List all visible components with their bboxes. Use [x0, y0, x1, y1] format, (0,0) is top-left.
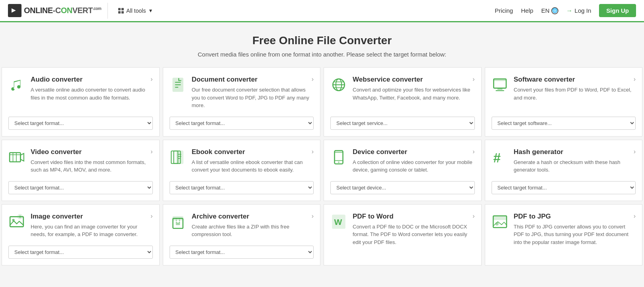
card-content-pdf-jpg: PDF to JPG This PDF to JPG converter all… — [514, 213, 634, 246]
target-format-select-hash[interactable]: Select target format... MD5SHA-1SHA-256C… — [492, 181, 636, 194]
card-header-image: Image converter Here, you can find an im… — [8, 213, 153, 238]
target-format-select-video[interactable]: Select target format... MP4AVIMOVMKVWMVF… — [8, 181, 153, 194]
card-title-webservice: Webservice converter — [353, 76, 472, 84]
pricing-link[interactable]: Pricing — [495, 7, 513, 14]
card-content-document: Document converter Our free document con… — [192, 76, 312, 109]
card-title-software: Software converter — [514, 76, 634, 84]
card-desc-pdf-word: Convert a PDF file to DOC or the Microso… — [353, 223, 472, 246]
all-tools-label: All tools — [126, 8, 146, 14]
pdf-word-icon: W — [330, 213, 347, 232]
target-format-select-archive[interactable]: Select target format... ZIPRAR7ZTARGZ — [170, 246, 314, 259]
svg-point-23 — [338, 161, 340, 163]
card-content-archive: Archive converter Create archive files l… — [192, 213, 312, 238]
target-format-select-webservice[interactable]: Select target service... WhatsAppTwitter… — [330, 117, 475, 130]
card-header-pdf-jpg: PDF to JPG This PDF to JPG converter all… — [492, 213, 636, 246]
card-content-pdf-word: PDF to Word Convert a PDF file to DOC or… — [353, 213, 472, 246]
logo-text: ONLINE-CONVERT.com — [24, 6, 101, 15]
language-button[interactable]: EN 🌐 — [541, 7, 558, 14]
card-header-software: Software converter Convert your files fr… — [492, 76, 636, 102]
target-format-select-ebook[interactable]: Select target format... EPUBMOBIAZWPDFLI… — [170, 181, 314, 194]
card-icon-title-software: Software converter Convert your files fr… — [492, 76, 634, 102]
software-icon — [492, 76, 508, 96]
converter-card-audio[interactable]: Audio converter A versatile online audio… — [2, 67, 160, 137]
card-desc-software: Convert your files from PDF to Word, PDF… — [514, 86, 634, 102]
card-desc-archive: Create archive files like a ZIP with thi… — [192, 223, 312, 238]
card-title-ebook: Ebook converter — [192, 148, 312, 156]
card-title-document: Document converter — [192, 76, 312, 84]
card-desc-image: Here, you can find an image converter fo… — [31, 223, 150, 238]
converter-card-video[interactable]: Video converter Convert video files into… — [2, 140, 160, 201]
page-subtitle: Convert media files online from one form… — [8, 51, 636, 58]
card-icon-title-document: Document converter Our free document con… — [170, 76, 312, 109]
converter-card-document[interactable]: Document converter Our free document con… — [163, 67, 321, 137]
hash-icon: # — [492, 149, 508, 168]
doc-icon — [170, 76, 186, 96]
card-desc-pdf-jpg: This PDF to JPG converter allows you to … — [514, 223, 634, 246]
pdf-jpg-icon — [492, 213, 508, 232]
help-link[interactable]: Help — [521, 7, 533, 14]
converter-card-software[interactable]: Software converter Convert your files fr… — [485, 67, 643, 137]
header-right: Pricing Help EN 🌐 → Log In Sign Up — [495, 4, 636, 17]
card-select-document: Select target format... PDFDOCDOCXTXTODT… — [170, 113, 314, 130]
logo[interactable]: ▶ ONLINE-CONVERT.com — [8, 4, 101, 17]
card-desc-audio: A versatile online audio converter to co… — [31, 86, 150, 102]
card-content-image: Image converter Here, you can find an im… — [31, 213, 150, 238]
all-tools-button[interactable]: All tools ▼ — [114, 5, 157, 16]
card-icon-title-image: Image converter Here, you can find an im… — [8, 213, 150, 238]
converter-card-hash[interactable]: # Hash generator Generate a hash or chec… — [485, 140, 643, 201]
converter-card-image[interactable]: Image converter Here, you can find an im… — [2, 204, 160, 266]
signup-button[interactable]: Sign Up — [599, 4, 636, 17]
card-header-document: Document converter Our free document con… — [170, 76, 314, 109]
card-header-pdf-word: W PDF to Word Convert a PDF file to DOC … — [330, 213, 475, 246]
card-arrow-icon-document: › — [312, 76, 314, 83]
music-icon — [8, 76, 25, 96]
card-header-ebook: Ebook converter A list of versatile onli… — [170, 148, 314, 174]
card-title-pdf-jpg: PDF to JPG — [514, 213, 634, 221]
svg-rect-38 — [493, 216, 507, 220]
svg-rect-12 — [10, 152, 20, 162]
converter-card-pdf-jpg[interactable]: PDF to JPG This PDF to JPG converter all… — [485, 204, 643, 266]
page-title: Free Online File Converter — [8, 34, 636, 47]
svg-rect-18 — [176, 151, 183, 164]
card-arrow-icon-software: › — [634, 76, 636, 83]
card-arrow-icon-webservice: › — [472, 76, 474, 83]
card-title-pdf-word: PDF to Word — [353, 213, 472, 221]
hero-section: Free Online File Converter Convert media… — [0, 22, 644, 66]
login-button[interactable]: → Log In — [566, 7, 591, 14]
card-arrow-icon-hash: › — [634, 148, 636, 155]
converter-card-ebook[interactable]: Ebook converter A list of versatile onli… — [163, 140, 321, 201]
card-header-archive: Archive converter Create archive files l… — [170, 213, 314, 238]
card-desc-hash: Generate a hash or checksum with these h… — [514, 158, 634, 174]
card-arrow-icon-video: › — [150, 148, 152, 155]
card-icon-title-pdf-jpg: PDF to JPG This PDF to JPG converter all… — [492, 213, 634, 246]
header-divider — [107, 3, 108, 19]
target-format-select-audio[interactable]: Select target format... MP3WAVOGGFLACAAC… — [8, 117, 153, 130]
converter-card-webservice[interactable]: Webservice converter Convert and optimiz… — [324, 67, 482, 137]
card-select-audio: Select target format... MP3WAVOGGFLACAAC… — [8, 113, 153, 130]
login-arrow-icon: → — [566, 7, 573, 14]
svg-rect-33 — [173, 217, 183, 220]
globe-icon: 🌐 — [551, 7, 558, 14]
converter-card-device[interactable]: Device converter A collection of online … — [324, 140, 482, 201]
card-select-software: Select target software... WordExcelPower… — [492, 113, 636, 130]
target-format-select-device[interactable]: Select target device... iPhoneiPadAndroi… — [330, 181, 475, 194]
converter-card-pdf-word[interactable]: W PDF to Word Convert a PDF file to DOC … — [324, 204, 482, 266]
target-format-select-software[interactable]: Select target software... WordExcelPower… — [492, 117, 636, 130]
web-icon — [330, 76, 347, 96]
header: ▶ ONLINE-CONVERT.com All tools ▼ Pricing… — [0, 0, 644, 22]
converter-card-archive[interactable]: Archive converter Create archive files l… — [163, 204, 321, 266]
device-icon — [330, 149, 347, 168]
ebook-icon — [170, 149, 186, 168]
svg-rect-34 — [176, 223, 180, 225]
converter-grid: Audio converter A versatile online audio… — [0, 66, 644, 275]
card-arrow-icon-pdf-jpg: › — [634, 213, 636, 220]
card-content-device: Device converter A collection of online … — [353, 148, 472, 174]
card-arrow-icon-archive: › — [312, 213, 314, 220]
card-content-webservice: Webservice converter Convert and optimiz… — [353, 76, 472, 102]
card-select-archive: Select target format... ZIPRAR7ZTARGZ — [170, 242, 314, 259]
card-icon-title-ebook: Ebook converter A list of versatile onli… — [170, 148, 312, 174]
target-format-select-document[interactable]: Select target format... PDFDOCDOCXTXTODT… — [170, 117, 314, 130]
target-format-select-image[interactable]: Select target format... JPGPNGGIFBMPSVGW… — [8, 246, 153, 259]
card-arrow-icon-audio: › — [150, 76, 152, 83]
card-title-archive: Archive converter — [192, 213, 312, 221]
